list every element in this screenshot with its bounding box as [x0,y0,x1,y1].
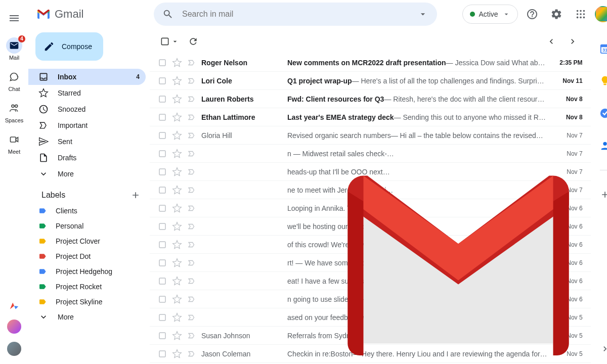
apps-button[interactable] [571,4,591,24]
row-checkbox[interactable] [158,131,167,140]
important-icon[interactable] [187,313,196,322]
row-checkbox[interactable] [158,167,167,176]
tasks-icon[interactable] [595,103,607,123]
rail-mail[interactable]: 4Mail [0,33,28,65]
nav-more[interactable]: More [28,166,146,182]
label-clients[interactable]: Clients [28,203,146,218]
mail-row[interactable]: heads-up that I'll be OOO next…Nov 7 [150,163,591,181]
logo[interactable]: Gmail [32,8,142,21]
row-checkbox[interactable] [158,76,167,85]
star-icon[interactable] [172,258,182,268]
row-checkbox[interactable] [158,258,167,267]
nav-starred[interactable]: Starred [28,85,146,101]
nav-snoozed[interactable]: Snoozed [28,101,146,117]
status-chip[interactable]: Active [462,5,518,24]
mail-row[interactable]: Gloria HillRevised organic search number… [150,126,591,145]
row-checkbox[interactable] [158,186,167,195]
star-icon[interactable] [172,276,182,286]
star-icon[interactable] [172,167,182,177]
mail-row[interactable]: eat! I have a few suggestions fo…Nov 6 [150,272,591,290]
mail-row[interactable]: Lauren RobertsFwd: Client resources for … [150,90,591,108]
mail-row[interactable]: Lori ColeQ1 project wrap-up — Here's a l… [150,72,591,90]
important-icon[interactable] [187,149,196,158]
mail-row[interactable]: n going to use slides 12-27 in m…Nov 6 [150,290,591,308]
star-icon[interactable] [172,203,182,213]
important-icon[interactable] [187,113,196,122]
star-icon[interactable] [172,149,182,159]
calendar-icon[interactable]: 31 [595,38,607,59]
star-icon[interactable] [172,331,182,341]
row-checkbox[interactable] [158,313,167,322]
support-button[interactable] [522,4,542,24]
hide-side-panel-icon[interactable] [595,339,607,359]
compose-button[interactable]: Compose [35,32,103,61]
label-project-dot[interactable]: Project Dot [28,249,146,264]
search-input[interactable] [178,10,413,19]
mail-row[interactable]: n — Midwest retail sales check-…Nov 7 [150,145,591,163]
row-checkbox[interactable] [158,58,167,67]
mail-row[interactable]: Jason ColemanCheckin in re:Boston — Hey … [150,345,591,363]
star-icon[interactable] [172,76,182,86]
nav-important[interactable]: Important [28,117,146,133]
important-icon[interactable] [187,76,196,85]
important-icon[interactable] [187,167,196,176]
mail-row[interactable]: rt! — We have some exciting st…Nov 6 [150,254,591,272]
mail-row[interactable]: Looping in Annika. The feedbac…Nov 6 [150,199,591,217]
important-icon[interactable] [187,186,196,195]
rail-chat[interactable]: Chat [0,65,28,96]
important-icon[interactable] [187,349,196,358]
important-icon[interactable] [187,277,196,286]
row-checkbox[interactable] [158,349,167,358]
nav-drafts[interactable]: Drafts [28,150,146,166]
label-project-hedgehog[interactable]: Project Hedgehog [28,264,146,279]
mail-row[interactable]: we'll be hosting our second tow…Nov 6 [150,217,591,236]
row-checkbox[interactable] [158,113,167,122]
row-checkbox[interactable] [158,222,167,231]
star-icon[interactable] [172,185,182,195]
main-menu-button[interactable] [2,6,26,30]
mail-list[interactable]: Roger NelsonNew comments on MCR2022 draf… [150,54,591,364]
select-all-checkbox[interactable] [158,34,181,49]
star-icon[interactable] [172,58,182,68]
rail-avatar-1[interactable] [7,320,21,334]
important-icon[interactable] [187,58,196,67]
search-options-icon[interactable] [413,4,433,24]
row-checkbox[interactable] [158,331,167,340]
row-checkbox[interactable] [158,204,167,213]
star-icon[interactable] [172,112,182,122]
mail-row[interactable]: ne to meet with Jeroen and I thi…Nov 7 [150,181,591,199]
mail-row[interactable]: Roger NelsonNew comments on MCR2022 draf… [150,54,591,72]
nav-sent[interactable]: Sent [28,133,146,150]
add-label-button[interactable] [131,190,141,200]
row-checkbox[interactable] [158,95,167,104]
star-icon[interactable] [172,130,182,141]
mail-row[interactable]: Ethan LattimoreLast year's EMEA strategy… [150,108,591,126]
rail-avatar-2[interactable] [7,342,21,356]
important-icon[interactable] [187,331,196,340]
star-icon[interactable] [172,240,182,250]
rail-ad-icon[interactable] [9,300,20,311]
star-icon[interactable] [172,349,182,359]
label-project-clover[interactable]: Project Clover [28,234,146,249]
keep-icon[interactable] [595,71,607,91]
important-icon[interactable] [187,222,196,231]
search-icon[interactable] [158,4,178,24]
mail-row[interactable]: of this crowd! We're only halfw…Nov 6 [150,236,591,254]
next-page-button[interactable] [562,31,583,52]
account-avatar[interactable] [595,6,607,22]
row-checkbox[interactable] [158,149,167,158]
row-checkbox[interactable] [158,295,167,304]
star-icon[interactable] [172,94,182,104]
settings-button[interactable] [546,4,567,24]
important-icon[interactable] [187,204,196,213]
rail-spaces[interactable]: Spaces [0,96,28,127]
important-icon[interactable] [187,258,196,267]
rail-meet[interactable]: Meet [0,127,28,159]
star-icon[interactable] [172,312,182,323]
contacts-icon[interactable] [595,135,607,156]
important-icon[interactable] [187,131,196,140]
label-project-rocket[interactable]: Project Rocket [28,279,146,294]
prev-page-button[interactable] [541,31,561,52]
important-icon[interactable] [187,240,196,249]
mail-row[interactable]: ased on your feedback, we've (…Nov 5 [150,308,591,327]
